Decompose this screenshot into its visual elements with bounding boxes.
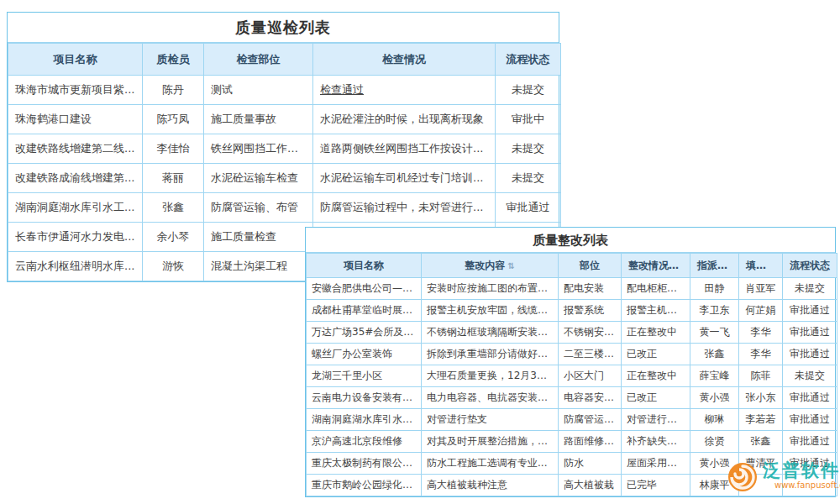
reporter-name-link[interactable]: 肖亚军 xyxy=(739,278,783,300)
header-row: 项目名称 整改内容⇅ 部位 整改情况反馈 指派人员 填报人 流程状态 xyxy=(307,254,837,278)
project-name-link[interactable]: 长春市伊通河水力发电... xyxy=(8,223,143,252)
inspection-part-cell: 测试 xyxy=(204,76,313,105)
table-row: 螺丝厂办公室装饰拆除到承重墙部分请做好加固...二至三楼混...已改正张鑫李华审… xyxy=(307,344,837,365)
status-text: 审批通过 xyxy=(783,431,837,453)
inspection-part-cell: 水泥砼运输车检查 xyxy=(204,164,313,193)
assignee-name-link[interactable]: 田静 xyxy=(690,278,739,300)
fanpu-watermark: 泛普软件 www.fanpusoft.com xyxy=(726,460,840,494)
reporter-name-link[interactable]: 张鑫 xyxy=(739,431,783,453)
assignee-name-link[interactable]: 黄小强 xyxy=(690,387,739,409)
inspection-list-title: 质量巡检列表 xyxy=(8,13,559,43)
header-inspector: 质检员 xyxy=(143,44,204,76)
inspector-name-link[interactable]: 蒋丽 xyxy=(143,164,204,193)
inspection-part-cell: 施工质量检查 xyxy=(204,223,313,252)
reporter-name-link[interactable]: 李华 xyxy=(739,322,783,344)
header-rectification-content[interactable]: 整改内容⇅ xyxy=(422,254,559,278)
sort-icon[interactable]: ⇅ xyxy=(507,261,514,270)
assignee-name-link[interactable]: 黄一飞 xyxy=(690,322,739,344)
rectification-content-cell: 大理石质量更换，12月31日之... xyxy=(422,365,559,387)
assignee-name-link[interactable]: 徐贤 xyxy=(690,431,739,453)
reporter-name-link[interactable]: 李若若 xyxy=(739,409,783,431)
inspector-name-link[interactable]: 张鑫 xyxy=(143,193,204,223)
table-row: 京沪高速北京段维修对其及时开展整治措施，桥头...路面维修检...补齐缺失标志.… xyxy=(307,431,837,453)
header-reporter: 填报人 xyxy=(739,254,783,278)
inspection-situation-cell: 水泥砼灌注的时候，出现离析现象 xyxy=(313,105,496,134)
project-name-link[interactable]: 湖南洞庭湖水库引水工程施工标 xyxy=(307,409,422,431)
inspection-part-cell: 防腐管运输、布管 xyxy=(204,193,313,223)
rectification-content-cell: 电力电容器、电抗器安装方案... xyxy=(422,387,559,409)
assignee-name-link[interactable]: 柳琳 xyxy=(690,409,739,431)
feedback-cell: 补齐缺失标志... xyxy=(622,431,690,453)
project-name-link[interactable]: 安徽合肥供电公司—配电设备... xyxy=(307,278,422,300)
part-cell: 路面维修检... xyxy=(559,431,622,453)
fanpu-logo-icon xyxy=(726,460,759,494)
status-text: 审批通过 xyxy=(783,300,837,322)
inspection-part-cell: 铁丝网围挡工作检查 xyxy=(204,134,313,164)
project-name-link[interactable]: 重庆市鹅岭公园绿化景观提升... xyxy=(307,475,422,496)
project-name-link[interactable]: 珠海市城市更新项目紫... xyxy=(8,76,143,105)
inspector-name-link[interactable]: 游恢 xyxy=(143,252,204,281)
header-rectification-content-label: 整改内容 xyxy=(465,260,505,271)
table-row: 珠海鹤港口建设陈巧凤施工质量事故水泥砼灌注的时候，出现离析现象审批中 xyxy=(8,105,561,134)
reporter-name-link[interactable]: 何芷娟 xyxy=(739,300,783,322)
brand-url: www.fanpusoft.com xyxy=(774,480,840,491)
header-project-name: 项目名称 xyxy=(307,254,422,278)
brand-name: 泛普软件 xyxy=(763,460,840,480)
inspection-situation-cell: 防腐管运输过程中，未对管进行... xyxy=(313,193,496,223)
status-text: 审批通过 xyxy=(783,322,837,344)
status-text: 审批通过 xyxy=(783,387,837,409)
feedback-cell: 报警主机安放... xyxy=(622,300,690,322)
table-row: 成都杜甫草堂临时展厅及独立展...报警主机安放牢固，线缆连接...报警系统报警主… xyxy=(307,300,837,322)
inspection-part-cell: 混凝土沟渠工程 xyxy=(204,252,313,281)
project-name-link[interactable]: 云南电力设备安装有限公司20... xyxy=(307,387,422,409)
header-inspection-part: 检查部位 xyxy=(204,44,313,76)
project-name-link[interactable]: 京沪高速北京段维修 xyxy=(307,431,422,453)
part-cell: 二至三楼混... xyxy=(559,344,622,365)
feedback-cell: 已改正 xyxy=(622,387,690,409)
header-feedback: 整改情况反馈 xyxy=(622,254,690,278)
feedback-cell: 已完毕 xyxy=(622,475,690,496)
rectification-content-cell: 对管进行垫支 xyxy=(422,409,559,431)
table-row: 云南电力设备安装有限公司20...电力电容器、电抗器安装方案...电容器安装..… xyxy=(307,387,837,409)
feedback-cell: 已改正 xyxy=(622,344,690,365)
project-name-link[interactable]: 成都杜甫草堂临时展厅及独立展... xyxy=(307,300,422,322)
project-name-link[interactable]: 重庆太极制药有限公司亳州中... xyxy=(307,453,422,475)
feedback-cell: 屋面采用聚氨... xyxy=(622,453,690,475)
project-name-link[interactable]: 珠海鹤港口建设 xyxy=(8,105,143,134)
project-name-link[interactable]: 改建铁路线增建第二线... xyxy=(8,134,143,164)
rectification-content-cell: 防水工程施工选调有专业... xyxy=(422,453,559,475)
part-cell: 防水 xyxy=(559,453,622,475)
feedback-cell: 对管进行垫支 xyxy=(622,409,690,431)
project-name-link[interactable]: 改建铁路成渝线增建第... xyxy=(8,164,143,193)
project-name-link[interactable]: 螺丝厂办公室装饰 xyxy=(307,344,422,365)
project-name-link[interactable]: 湖南洞庭湖水库引水工... xyxy=(8,193,143,223)
part-cell: 高大植被栽 xyxy=(559,475,622,496)
project-name-link[interactable]: 万达广场35#会所及咖啡厅空... xyxy=(307,322,422,344)
inspector-name-link[interactable]: 陈巧凤 xyxy=(143,105,204,134)
status-text: 审批通过 xyxy=(496,193,561,223)
assignee-name-link[interactable]: 李卫东 xyxy=(690,300,739,322)
inspection-situation-cell: 检查通过 xyxy=(313,76,496,105)
reporter-name-link[interactable]: 张小东 xyxy=(739,387,783,409)
rectification-list-title: 质量整改列表 xyxy=(306,228,835,253)
project-name-link[interactable]: 龙湖三千里小区 xyxy=(307,365,422,387)
rectification-content-cell: 高大植被栽种注意 xyxy=(422,475,559,496)
table-row: 安徽合肥供电公司—配电设备...安装时应按施工图的布置，将...配电安装配电柜柜… xyxy=(307,278,837,300)
inspector-name-link[interactable]: 陈丹 xyxy=(143,76,204,105)
inspector-name-link[interactable]: 余小琴 xyxy=(143,223,204,252)
reporter-name-link[interactable]: 李华 xyxy=(739,344,783,365)
project-name-link[interactable]: 云南水利枢纽潜明水库... xyxy=(8,252,143,281)
inspection-situation-cell: 水泥砼运输车司机经过专门培训... xyxy=(313,164,496,193)
inspector-name-link[interactable]: 李佳怡 xyxy=(143,134,204,164)
assignee-name-link[interactable]: 张鑫 xyxy=(690,344,739,365)
status-text: 审批通过 xyxy=(783,344,837,365)
status-text: 未提交 xyxy=(496,134,561,164)
assignee-name-link[interactable]: 薛宝峰 xyxy=(690,365,739,387)
part-cell: 防腐管运输... xyxy=(559,409,622,431)
part-cell: 报警系统 xyxy=(559,300,622,322)
rectification-list-panel: 质量整改列表 项目名称 整改内容⇅ 部位 整改情况反馈 指派人员 填报人 流程状… xyxy=(305,227,836,497)
reporter-name-link[interactable]: 陈菲 xyxy=(739,365,783,387)
table-row: 湖南洞庭湖水库引水工程施工标对管进行垫支防腐管运输...对管进行垫支柳琳李若若审… xyxy=(307,409,837,431)
inspection-situation-cell: 道路两侧铁丝网围挡工作按设计... xyxy=(313,134,496,164)
header-assignee: 指派人员 xyxy=(690,254,739,278)
